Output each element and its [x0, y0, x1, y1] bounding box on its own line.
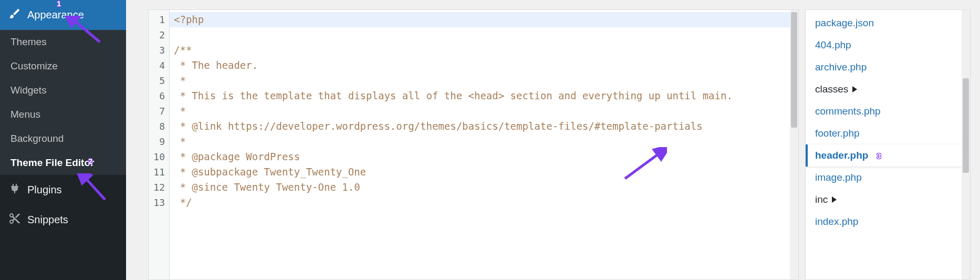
file-tree-item-label: header.php [815, 150, 868, 161]
chevron-right-icon [832, 196, 837, 203]
admin-sidebar: Appearance 1 Themes Customize Widgets Me… [0, 0, 126, 280]
sidebar-subitem-background[interactable]: Background [0, 127, 126, 151]
sidebar-item-label: Snippets [27, 214, 68, 226]
sidebar-item-label: Appearance [27, 9, 84, 21]
gutter-line-number: 6 [149, 88, 165, 103]
file-tree-file[interactable]: comments.php [806, 100, 970, 122]
gutter-line-number: 10 [149, 149, 165, 164]
file-tree-file[interactable]: image.php [806, 167, 970, 189]
code-line: * @package WordPress [174, 151, 300, 162]
file-tree-scrollbar-thumb[interactable] [963, 78, 969, 173]
file-tree-file[interactable]: package.json [806, 12, 970, 34]
gutter-line-number: 8 [149, 119, 165, 134]
annotation-badge-1: 1 [57, 0, 61, 8]
code-line: /** [174, 44, 192, 56]
annotation-badge-2: 2 [88, 157, 92, 165]
sidebar-subitem-widgets[interactable]: Widgets [0, 78, 126, 102]
code-line: */ [174, 196, 192, 208]
plug-icon [8, 182, 21, 198]
code-line: * This is the template that displays all… [174, 90, 733, 101]
code-line: * [174, 105, 186, 117]
file-tree-item-label: comments.php [815, 106, 881, 117]
code-line: * [174, 75, 186, 86]
sidebar-subitem-customize[interactable]: Customize [0, 54, 126, 78]
sidebar-subitem-theme-file-editor[interactable]: Theme File Editor 2 [0, 151, 126, 175]
file-tree-file[interactable]: footer.php [806, 122, 970, 144]
file-tree-item-label: classes [815, 84, 848, 95]
code-area[interactable]: <?php /** * The header. * * This is the … [170, 10, 790, 279]
code-line: <?php [170, 12, 790, 27]
gutter-line-number: 3 [149, 43, 165, 58]
file-tree-list: package.json404.phparchive.phpclassescom… [806, 10, 970, 279]
code-line: * [174, 136, 186, 147]
annotation-badge-3: 3 [877, 151, 881, 160]
file-tree-folder[interactable]: classes [806, 78, 970, 100]
gutter-line-number: 1 [149, 12, 165, 27]
sidebar-subitem-themes[interactable]: Themes [0, 30, 126, 54]
gutter-line-number: 4 [149, 58, 165, 73]
sidebar-subitem-menus[interactable]: Menus [0, 102, 126, 127]
file-tree-file[interactable]: header.php3 [806, 144, 970, 167]
code-editor: 12345678910111213 <?php /** * The header… [148, 9, 799, 280]
sidebar-item-label: Plugins [27, 184, 62, 196]
file-tree-file[interactable]: 404.php [806, 34, 970, 56]
code-line: * @link https://developer.wordpress.org/… [174, 120, 703, 132]
file-tree-item-label: package.json [815, 17, 874, 29]
file-tree-item-label: archive.php [815, 61, 867, 73]
gutter-line-number: 5 [149, 73, 165, 88]
file-tree-item-label: 404.php [815, 39, 851, 51]
scissors-icon [8, 212, 21, 227]
chevron-right-icon [852, 86, 857, 92]
sidebar-item-plugins[interactable]: Plugins [0, 175, 126, 205]
gutter-line-number: 12 [149, 180, 165, 195]
gutter-line-number: 7 [149, 103, 165, 119]
sidebar-item-appearance[interactable]: Appearance 1 [0, 0, 126, 30]
code-line: * @subpackage Twenty_Twenty_One [174, 166, 366, 178]
file-tree-item-label: index.php [815, 216, 858, 227]
gutter-line-number: 2 [149, 27, 165, 43]
file-tree: package.json404.phparchive.phpclassescom… [805, 9, 971, 280]
file-tree-folder[interactable]: inc [806, 189, 970, 211]
code-line: * @since Twenty Twenty-One 1.0 [174, 181, 360, 193]
file-tree-file[interactable]: archive.php [806, 56, 970, 78]
file-tree-item-label: footer.php [815, 128, 860, 139]
editor-scrollbar-thumb[interactable] [791, 12, 797, 128]
file-tree-item-label: image.php [815, 172, 862, 183]
sidebar-item-snippets[interactable]: Snippets [0, 205, 126, 235]
code-gutter: 12345678910111213 [149, 10, 170, 279]
editor-scrollbar[interactable] [790, 10, 798, 279]
gutter-line-number: 11 [149, 164, 165, 180]
file-tree-scrollbar[interactable] [962, 10, 970, 279]
file-tree-item-label: inc [815, 194, 828, 205]
sidebar-submenu-appearance: Themes Customize Widgets Menus Backgroun… [0, 30, 126, 175]
code-line: * The header. [174, 59, 258, 71]
file-tree-file[interactable]: index.php [806, 211, 970, 233]
brush-icon [8, 7, 21, 23]
gutter-line-number: 13 [149, 195, 165, 210]
gutter-line-number: 9 [149, 134, 165, 149]
